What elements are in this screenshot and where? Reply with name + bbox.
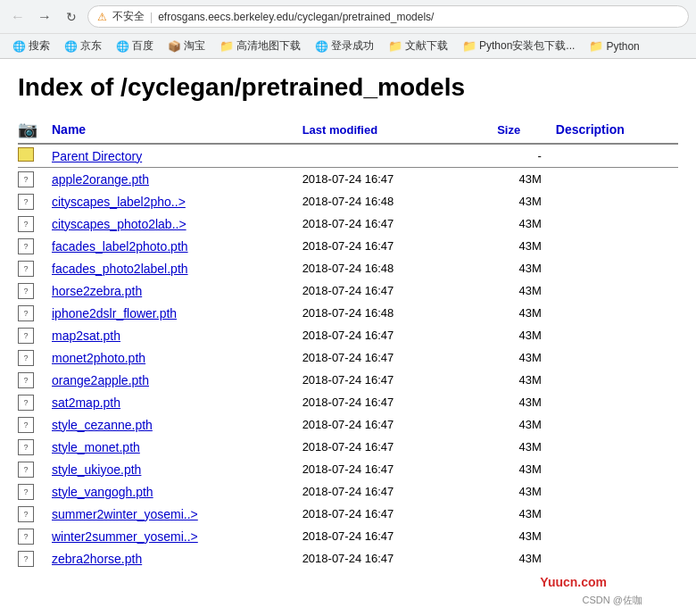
file-type-icon: ?	[18, 439, 34, 455]
table-row: ?monet2photo.pth2018-07-24 16:4743M	[18, 346, 678, 369]
file-name-cell: style_monet.pth	[45, 436, 295, 458]
file-modified-cell: 2018-07-24 16:47	[295, 458, 491, 480]
file-link[interactable]: monet2photo.pth	[52, 351, 145, 365]
file-link[interactable]: summer2winter_yosemi..>	[52, 507, 198, 521]
address-bar[interactable]: ⚠ 不安全 | efrosgans.eecs.berkeley.edu/cycl…	[87, 5, 689, 28]
bookmark-taobao[interactable]: 📦 淘宝	[162, 37, 211, 55]
bookmark-login[interactable]: 🌐 登录成功	[310, 37, 379, 55]
file-modified-cell: 2018-07-24 16:47	[295, 525, 491, 547]
file-name-cell: Parent Directory	[45, 144, 295, 168]
col-name-header[interactable]: Name	[45, 116, 295, 144]
python-folder-icon: 📁	[589, 39, 603, 53]
baidu-globe-icon: 🌐	[116, 40, 129, 53]
file-name-cell: monet2photo.pth	[45, 346, 295, 369]
file-link[interactable]: cityscapes_photo2lab..>	[52, 217, 186, 231]
file-icon-cell: ?	[18, 279, 45, 302]
modified-sort-link[interactable]: Last modified	[302, 123, 378, 137]
file-modified-cell: 2018-07-24 16:47	[295, 212, 491, 235]
file-icon-cell: ?	[18, 257, 45, 279]
file-desc-cell	[549, 168, 678, 191]
page-title: Index of /cyclegan/pretrained_models	[18, 73, 678, 102]
refresh-button[interactable]: ↻	[61, 6, 82, 28]
bookmark-baidu-label: 百度	[132, 38, 153, 54]
file-modified-cell: 2018-07-24 16:48	[295, 302, 491, 324]
bookmark-python-pkg[interactable]: 📁 Python安装包下载...	[457, 37, 580, 55]
file-desc-cell	[549, 302, 678, 324]
file-desc-cell	[549, 235, 678, 257]
file-link[interactable]: style_cezanne.pth	[52, 418, 153, 432]
file-modified-cell: 2018-07-24 16:47	[295, 324, 491, 346]
file-desc-cell	[549, 144, 678, 168]
file-link[interactable]: facades_label2photo.pth	[52, 239, 188, 254]
back-button[interactable]: ←	[7, 6, 29, 28]
file-modified-cell: 2018-07-24 16:47	[295, 480, 491, 503]
col-size-header[interactable]: Size	[490, 116, 549, 144]
file-size-cell: 43M	[490, 190, 549, 212]
col-modified-header[interactable]: Last modified	[295, 116, 491, 144]
bookmark-maps[interactable]: 📁 高清地图下载	[214, 37, 306, 55]
bookmark-python[interactable]: 📁 Python	[584, 37, 644, 54]
bookmark-search[interactable]: 🌐 搜索	[7, 37, 55, 55]
file-type-icon: ?	[18, 551, 34, 567]
python-pkg-folder-icon: 📁	[462, 39, 476, 53]
name-sort-link[interactable]: Name	[52, 122, 86, 137]
file-link[interactable]: sat2map.pth	[52, 395, 120, 410]
bookmark-docs-label: 文献下载	[405, 38, 448, 54]
file-link[interactable]: apple2orange.pth	[52, 172, 149, 187]
file-modified-cell: 2018-07-24 16:48	[295, 257, 491, 279]
bookmark-jd-label: 京东	[80, 38, 102, 54]
file-name-cell: facades_label2photo.pth	[45, 235, 295, 257]
file-modified-cell: 2018-07-24 16:47	[295, 168, 491, 191]
file-modified-cell: 2018-07-24 16:47	[295, 346, 491, 369]
file-name-cell: map2sat.pth	[45, 324, 295, 346]
forward-button[interactable]: →	[34, 6, 55, 28]
size-sort-link[interactable]: Size	[497, 123, 520, 137]
file-size-cell: 43M	[490, 168, 549, 191]
table-row: ?facades_label2photo.pth2018-07-24 16:47…	[18, 235, 678, 257]
file-modified-cell: 2018-07-24 16:47	[295, 235, 491, 257]
browser-nav: ← → ↻ ⚠ 不安全 | efrosgans.eecs.berkeley.ed…	[0, 0, 696, 33]
col-icon-header: 📷	[18, 116, 45, 144]
file-link[interactable]: orange2apple.pth	[52, 373, 149, 387]
file-link[interactable]: map2sat.pth	[52, 329, 120, 343]
file-link[interactable]: style_ukiyoe.pth	[52, 462, 141, 477]
file-desc-cell	[549, 480, 678, 503]
file-name-cell: cityscapes_photo2lab..>	[45, 212, 295, 235]
table-row: ?style_vangogh.pth2018-07-24 16:4743M	[18, 480, 678, 503]
file-link[interactable]: iphone2dslr_flower.pth	[52, 306, 177, 320]
address-text: efrosgans.eecs.berkeley.edu/cyclegan/pre…	[158, 11, 434, 23]
file-link[interactable]: facades_photo2label.pth	[52, 262, 188, 276]
desc-sort-link[interactable]: Description	[556, 122, 625, 137]
file-type-icon: ?	[18, 171, 34, 187]
file-desc-cell	[549, 324, 678, 346]
parent-dir-link[interactable]: Parent Directory	[52, 149, 142, 163]
file-link[interactable]: style_monet.pth	[52, 440, 140, 454]
maps-folder-icon: 📁	[220, 39, 234, 53]
file-link[interactable]: style_vangogh.pth	[52, 485, 153, 499]
file-modified-cell: 2018-07-24 16:47	[295, 369, 491, 391]
file-icon-cell: ?	[18, 413, 45, 436]
col-desc-header[interactable]: Description	[549, 116, 678, 144]
bookmark-docs[interactable]: 📁 文献下载	[383, 37, 453, 55]
file-type-icon: ?	[18, 372, 34, 388]
file-size-cell: 43M	[490, 547, 549, 570]
file-link[interactable]: zebra2horse.pth	[52, 552, 142, 566]
file-icon-cell: ?	[18, 324, 45, 346]
file-link[interactable]: cityscapes_label2pho..>	[52, 195, 186, 209]
bookmark-python-label: Python	[606, 40, 639, 53]
login-globe-icon: 🌐	[315, 40, 328, 53]
page-content: Index of /cyclegan/pretrained_models 📷 N…	[0, 59, 696, 584]
table-row: ?zebra2horse.pth2018-07-24 16:4743M	[18, 547, 678, 570]
file-link[interactable]: winter2summer_yosemi..>	[52, 529, 198, 544]
file-modified-cell: 2018-07-24 16:47	[295, 547, 491, 570]
bookmark-jd[interactable]: 🌐 京东	[59, 37, 107, 55]
file-size-cell: 43M	[490, 212, 549, 235]
file-link[interactable]: horse2zebra.pth	[52, 284, 142, 298]
table-row: ?style_ukiyoe.pth2018-07-24 16:4743M	[18, 458, 678, 480]
file-desc-cell	[549, 503, 678, 525]
table-row: Parent Directory-	[18, 144, 678, 168]
file-type-icon: ?	[18, 395, 34, 411]
file-icon-cell: ?	[18, 525, 45, 547]
bookmark-baidu[interactable]: 🌐 百度	[111, 37, 159, 55]
file-size-cell: 43M	[490, 458, 549, 480]
